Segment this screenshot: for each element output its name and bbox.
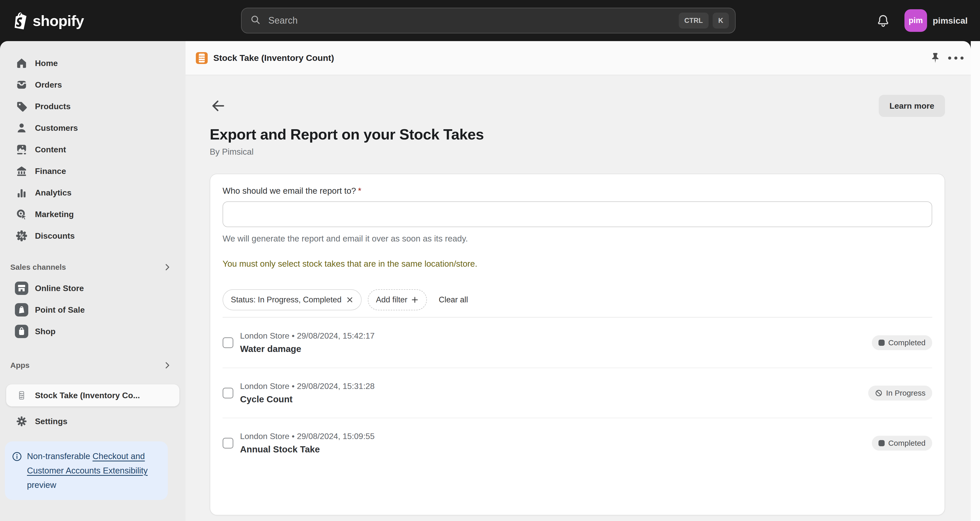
- clear-all-button[interactable]: Clear all: [439, 295, 468, 305]
- status-label: Completed: [888, 439, 926, 448]
- stock-take-row: London Store • 29/08/2024, 15:31:28 Cycl…: [223, 368, 932, 418]
- online-store-icon: [15, 281, 28, 295]
- add-filter-label: Add filter: [376, 295, 407, 305]
- sidebar-item-label: Finance: [35, 167, 66, 176]
- email-label-text: Who should we email the report to?: [223, 186, 356, 195]
- sales-channels-label: Sales channels: [10, 263, 66, 272]
- status-badge: Completed: [872, 335, 932, 350]
- marketing-icon: [15, 208, 28, 221]
- row-checkbox[interactable]: [223, 388, 233, 399]
- search-input[interactable]: [241, 8, 736, 33]
- stock-take-app-label: Stock Take (Inventory Co...: [35, 391, 140, 400]
- sidebar-item-label: Content: [35, 145, 66, 154]
- status-badge: In Progress: [868, 386, 932, 400]
- learn-more-button[interactable]: Learn more: [879, 95, 945, 117]
- ctrl-key-badge: CTRL: [679, 13, 709, 29]
- page-title: Export and Report on your Stock Takes: [210, 125, 945, 143]
- shop-icon: [15, 325, 28, 338]
- in-progress-status-icon: [875, 389, 883, 397]
- sidebar-item-home[interactable]: Home: [0, 52, 186, 74]
- row-title: Annual Stock Take: [240, 444, 375, 454]
- chevron-right-icon[interactable]: [162, 262, 172, 272]
- chevron-right-icon[interactable]: [162, 361, 172, 370]
- row-meta: London Store • 29/08/2024, 15:09:55: [240, 432, 375, 441]
- global-search: CTRL K: [241, 8, 736, 33]
- sidebar-section-apps: Apps: [0, 355, 186, 376]
- avatar: pim: [904, 9, 927, 32]
- row-title: Water damage: [240, 344, 375, 354]
- finance-icon: [15, 164, 28, 178]
- sidebar-item-label: Online Store: [35, 284, 84, 293]
- account-menu[interactable]: pim pimsical: [904, 9, 968, 32]
- report-card: Who should we email the report to?* We w…: [210, 174, 945, 515]
- notice-text: Non-transferable Checkout and Customer A…: [27, 449, 161, 492]
- sidebar-item-online-store[interactable]: Online Store: [0, 278, 186, 299]
- email-helper-text: We will generate the report and email it…: [223, 234, 932, 243]
- stock-take-list: London Store • 29/08/2024, 15:42:17 Wate…: [223, 318, 932, 468]
- sidebar-item-label: Customers: [35, 123, 78, 133]
- app-content: Learn more Export and Report on your Sto…: [186, 75, 971, 521]
- row-checkbox[interactable]: [223, 337, 233, 348]
- sidebar-item-label: Orders: [35, 80, 62, 90]
- more-menu-icon[interactable]: [947, 49, 965, 67]
- gear-icon: [15, 415, 28, 428]
- notice-text-after: preview: [27, 480, 56, 490]
- back-arrow-icon[interactable]: [210, 98, 226, 114]
- shopify-wordmark: shopify: [33, 12, 84, 29]
- status-badge: Completed: [872, 436, 932, 451]
- row-checkbox[interactable]: [223, 438, 233, 448]
- row-meta: London Store • 29/08/2024, 15:42:17: [240, 331, 375, 341]
- orders-icon: [15, 78, 28, 91]
- close-icon[interactable]: [346, 296, 353, 303]
- add-filter-chip[interactable]: Add filter: [368, 289, 427, 310]
- scrollbar-track[interactable]: [971, 41, 980, 521]
- notifications-bell-icon[interactable]: [876, 14, 890, 27]
- sidebar-channel-items: Online Store Point of Sale Shop: [0, 278, 186, 342]
- search-shortcut: CTRL K: [679, 13, 729, 29]
- topbar-right: pim pimsical: [876, 0, 968, 41]
- preview-notice: Non-transferable Checkout and Customer A…: [5, 442, 168, 500]
- top-bar: shopify CTRL K pim pimsical: [0, 0, 980, 41]
- home-icon: [15, 57, 28, 70]
- app-title-bar: Stock Take (Inventory Count): [186, 41, 971, 75]
- sidebar-section-sales-channels: Sales channels: [0, 257, 186, 278]
- sidebar-item-content[interactable]: Content: [0, 139, 186, 160]
- analytics-icon: [15, 186, 28, 199]
- sidebar-item-stock-take-app[interactable]: Stock Take (Inventory Co...: [6, 384, 180, 407]
- sidebar-item-discounts[interactable]: Discounts: [0, 225, 186, 247]
- sidebar-item-orders[interactable]: Orders: [0, 74, 186, 95]
- sidebar-item-point-of-sale[interactable]: Point of Sale: [0, 299, 186, 321]
- pin-icon[interactable]: [926, 49, 945, 67]
- status-filter-label: Status: In Progress, Completed: [231, 295, 342, 305]
- sidebar-item-analytics[interactable]: Analytics: [0, 182, 186, 203]
- row-title: Cycle Count: [240, 394, 375, 404]
- account-name: pimsical: [933, 16, 968, 26]
- sidebar-item-finance[interactable]: Finance: [0, 160, 186, 182]
- app-frame: Home Orders Products Customers Content F…: [0, 41, 980, 521]
- shopify-logo[interactable]: shopify: [13, 11, 84, 30]
- abacus-icon: [15, 389, 28, 402]
- sidebar-item-settings[interactable]: Settings: [0, 411, 186, 432]
- sidebar-item-products[interactable]: Products: [0, 95, 186, 117]
- sidebar-item-label: Products: [35, 102, 71, 111]
- stock-take-row: London Store • 29/08/2024, 15:42:17 Wate…: [223, 318, 932, 368]
- shopify-bag-icon: [13, 11, 29, 30]
- sidebar-item-customers[interactable]: Customers: [0, 117, 186, 139]
- notice-text-before: Non-transferable: [27, 451, 92, 461]
- sidebar-item-marketing[interactable]: Marketing: [0, 203, 186, 225]
- row-meta: London Store • 29/08/2024, 15:31:28: [240, 381, 375, 391]
- search-icon: [250, 14, 262, 27]
- k-key-badge: K: [713, 13, 729, 29]
- status-filter-chip[interactable]: Status: In Progress, Completed: [223, 289, 362, 310]
- app-title: Stock Take (Inventory Count): [213, 53, 334, 63]
- sidebar-nav: Home Orders Products Customers Content F…: [0, 41, 186, 521]
- sidebar-main-items: Home Orders Products Customers Content F…: [0, 52, 186, 247]
- email-field[interactable]: [223, 202, 932, 227]
- sidebar-item-shop[interactable]: Shop: [0, 321, 186, 342]
- email-question-label: Who should we email the report to?*: [223, 186, 932, 196]
- page-byline: By Pimsical: [210, 147, 945, 157]
- sidebar-item-label: Point of Sale: [35, 305, 85, 315]
- sidebar-item-label: Analytics: [35, 188, 72, 197]
- sidebar-item-label: Marketing: [35, 210, 74, 219]
- apps-label: Apps: [10, 361, 30, 370]
